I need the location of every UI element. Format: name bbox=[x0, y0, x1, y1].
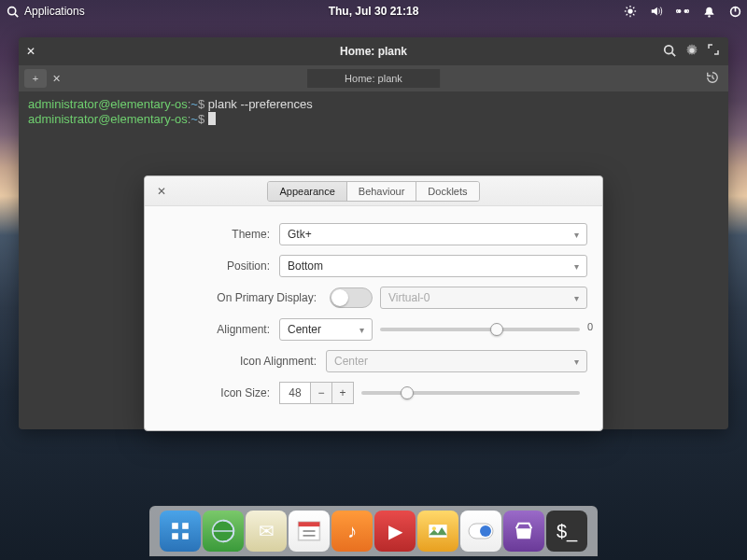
chevron-down-icon: ▾ bbox=[574, 261, 579, 272]
icon-size-input[interactable]: 48 bbox=[279, 382, 311, 404]
prompt-dollar: $ bbox=[198, 97, 204, 111]
offset-slider[interactable]: 0 bbox=[380, 328, 580, 331]
alignment-select[interactable]: Center ▾ bbox=[279, 318, 373, 341]
dock-app-calendar[interactable] bbox=[289, 511, 330, 552]
dock-app-photos[interactable] bbox=[417, 511, 458, 552]
dialog-close-button[interactable]: ✕ bbox=[152, 182, 171, 201]
svg-point-29 bbox=[432, 526, 436, 530]
svg-point-2 bbox=[627, 8, 632, 13]
label-alignment: Alignment: bbox=[160, 323, 279, 336]
search-icon[interactable] bbox=[6, 5, 19, 18]
dock-app-browser[interactable] bbox=[203, 511, 244, 552]
chevron-down-icon: ▾ bbox=[574, 357, 579, 367]
label-theme: Theme: bbox=[160, 228, 279, 241]
svg-rect-25 bbox=[299, 522, 320, 526]
svg-line-7 bbox=[627, 7, 627, 8]
primary-display-switch[interactable] bbox=[330, 287, 373, 308]
network-icon[interactable] bbox=[676, 5, 689, 18]
svg-rect-21 bbox=[182, 533, 189, 539]
svg-line-17 bbox=[672, 52, 676, 56]
svg-point-13 bbox=[708, 15, 710, 17]
notifications-icon[interactable] bbox=[702, 5, 715, 18]
offset-value: 0 bbox=[587, 321, 593, 332]
dock-app-multitasking[interactable] bbox=[160, 511, 201, 552]
dock-app-settings-switchboard[interactable] bbox=[460, 511, 501, 552]
label-icon-size: Icon Size: bbox=[160, 386, 279, 399]
applications-menu[interactable]: Applications bbox=[24, 5, 85, 18]
window-titlebar[interactable]: ✕ Home: plank bbox=[19, 37, 728, 65]
dock-app-terminal[interactable]: $_ bbox=[546, 511, 587, 552]
display-value: Virtual-0 bbox=[388, 291, 430, 304]
switch-knob bbox=[331, 289, 348, 306]
icon-size-increase[interactable]: + bbox=[331, 382, 354, 404]
svg-rect-20 bbox=[172, 533, 178, 539]
tab-docklets[interactable]: Docklets bbox=[416, 182, 478, 201]
dock-app-videos[interactable]: ▶ bbox=[374, 511, 416, 552]
dock-app-music[interactable]: ♪ bbox=[331, 511, 373, 552]
svg-point-0 bbox=[7, 7, 15, 14]
panel-clock[interactable]: Thu, Jul 30 21:18 bbox=[329, 5, 419, 18]
history-icon[interactable] bbox=[706, 71, 719, 86]
alignment-value: Center bbox=[288, 323, 321, 336]
dock-app-mail[interactable]: ✉ bbox=[246, 511, 287, 552]
prompt-path: ~ bbox=[190, 112, 198, 126]
label-icon-alignment: Icon Alignment: bbox=[160, 355, 326, 368]
close-tab-button[interactable]: ✕ bbox=[47, 73, 65, 85]
tab-appearance[interactable]: Appearance bbox=[268, 182, 346, 201]
window-maximize-icon[interactable] bbox=[708, 44, 719, 60]
terminal-tab[interactable]: Home: plank bbox=[307, 69, 440, 88]
terminal-tabbar: + ✕ Home: plank bbox=[19, 65, 728, 91]
prompt-path: ~ bbox=[190, 97, 198, 111]
icon-size-decrease[interactable]: − bbox=[310, 382, 332, 404]
plank-dock: ✉ ♪ ▶ $_ bbox=[149, 506, 598, 556]
icon-alignment-value: Center bbox=[334, 355, 368, 368]
svg-point-16 bbox=[665, 45, 673, 53]
label-position: Position: bbox=[160, 259, 279, 273]
volume-icon[interactable] bbox=[650, 5, 663, 18]
position-value: Bottom bbox=[288, 259, 323, 273]
plank-preferences-dialog: ✕ Appearance Behaviour Docklets Theme: G… bbox=[144, 175, 603, 431]
tab-behaviour[interactable]: Behaviour bbox=[347, 182, 417, 201]
top-panel: Applications Thu, Jul 30 21:18 bbox=[0, 0, 747, 22]
terminal-search-icon[interactable] bbox=[663, 44, 676, 60]
dock-app-appcenter[interactable] bbox=[503, 511, 544, 552]
svg-rect-19 bbox=[182, 523, 189, 529]
window-close-button[interactable]: ✕ bbox=[19, 45, 43, 58]
svg-line-9 bbox=[627, 14, 627, 15]
prompt-user: administrator@elementary-os bbox=[28, 112, 188, 126]
svg-line-8 bbox=[633, 14, 634, 15]
svg-point-31 bbox=[480, 525, 491, 537]
terminal-command: plank --preferences bbox=[208, 97, 313, 111]
icon-size-slider[interactable] bbox=[361, 391, 580, 395]
icon-alignment-select: Center ▾ bbox=[326, 350, 587, 372]
display-select: Virtual-0 ▾ bbox=[380, 287, 587, 309]
dialog-header[interactable]: ✕ Appearance Behaviour Docklets bbox=[145, 176, 602, 206]
slider-thumb[interactable] bbox=[401, 386, 414, 399]
chevron-down-icon: ▾ bbox=[359, 325, 364, 335]
label-primary-display: On Primary Display: bbox=[160, 291, 326, 304]
terminal-settings-icon[interactable] bbox=[685, 44, 698, 60]
power-icon[interactable] bbox=[728, 5, 741, 18]
terminal-cursor bbox=[208, 112, 216, 125]
new-tab-button[interactable]: + bbox=[24, 69, 47, 88]
position-select[interactable]: Bottom ▾ bbox=[279, 255, 587, 277]
prompt-dollar: $ bbox=[198, 112, 204, 126]
chevron-down-icon: ▾ bbox=[574, 293, 579, 303]
slider-thumb[interactable] bbox=[490, 323, 503, 336]
svg-rect-18 bbox=[172, 523, 178, 529]
window-title: Home: plank bbox=[340, 45, 407, 58]
svg-line-10 bbox=[633, 7, 634, 8]
brightness-icon[interactable] bbox=[624, 5, 637, 18]
svg-line-1 bbox=[14, 13, 17, 16]
svg-point-12 bbox=[684, 10, 687, 13]
chevron-down-icon: ▾ bbox=[574, 230, 579, 240]
svg-point-11 bbox=[678, 10, 681, 13]
prompt-user: administrator@elementary-os bbox=[28, 97, 188, 111]
theme-select[interactable]: Gtk+ ▾ bbox=[279, 223, 587, 245]
theme-value: Gtk+ bbox=[288, 228, 312, 241]
dialog-tabs: Appearance Behaviour Docklets bbox=[267, 181, 479, 202]
